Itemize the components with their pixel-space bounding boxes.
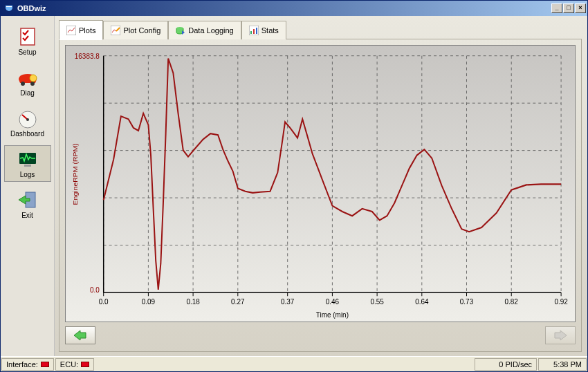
svg-text:0.27: 0.27 — [231, 298, 245, 306]
chart-icon — [66, 26, 76, 35]
checklist-icon — [16, 26, 39, 47]
gauge-icon — [16, 108, 39, 129]
pid-rate-value: 0 PID/sec — [499, 360, 532, 369]
svg-text:0.0: 0.0 — [90, 286, 100, 294]
tab-data-logging[interactable]: Data Logging — [168, 21, 241, 39]
tab-label: Data Logging — [188, 26, 233, 35]
sidebar-item-label: Dashboard — [10, 130, 44, 138]
led-icon — [81, 362, 89, 367]
sidebar-item-dashboard[interactable]: Dashboard — [4, 104, 51, 141]
rpm-line-chart: 0.00.090.180.270.370.460.550.640.730.820… — [66, 46, 575, 322]
sidebar-item-setup[interactable]: Setup — [4, 23, 51, 59]
sidebar-item-label: Diag — [20, 89, 35, 97]
arrow-right-icon — [553, 330, 567, 341]
status-clock: 5:38 PM — [538, 358, 587, 371]
led-icon — [41, 362, 49, 367]
close-button[interactable]: × — [575, 3, 586, 13]
svg-text:0.46: 0.46 — [326, 298, 340, 306]
status-interface: Interface: — [1, 358, 54, 371]
tab-stats[interactable]: Stats — [241, 21, 286, 39]
tab-label: Stats — [261, 26, 279, 35]
titlebar-left: OBDwiz — [3, 3, 46, 14]
arrow-left-icon — [73, 330, 87, 341]
sidebar: Setup Diag Dashboard Logs — [1, 16, 55, 356]
app-window: OBDwiz _ □ × Setup Diag — [0, 0, 588, 372]
svg-text:EngineRPM (RPM): EngineRPM (RPM) — [71, 143, 79, 205]
app-icon — [3, 3, 15, 14]
svg-text:0.0: 0.0 — [99, 298, 109, 306]
sidebar-item-label: Exit — [21, 212, 33, 219]
svg-text:0.18: 0.18 — [186, 298, 200, 306]
statusbar: Interface: ECU: 0 PID/sec 5:38 PM — [1, 356, 587, 371]
body: Setup Diag Dashboard Logs — [1, 16, 587, 356]
plot-panel: 0.00.090.180.270.370.460.550.640.730.820… — [59, 39, 582, 352]
window-title: OBDwiz — [17, 4, 46, 12]
status-ecu: ECU: — [55, 358, 94, 371]
svg-text:0.92: 0.92 — [554, 298, 568, 306]
tab-plot-config[interactable]: Plot Config — [103, 21, 168, 39]
tab-label: Plot Config — [123, 26, 160, 35]
svg-rect-7 — [24, 165, 31, 167]
svg-text:0.73: 0.73 — [460, 298, 474, 306]
svg-point-3 — [30, 75, 37, 82]
sidebar-item-logs[interactable]: Logs — [4, 145, 51, 182]
status-interface-label: Interface: — [6, 360, 38, 369]
svg-text:0.09: 0.09 — [142, 298, 156, 306]
svg-text:0.82: 0.82 — [505, 298, 519, 306]
svg-text:0.64: 0.64 — [415, 298, 429, 306]
bars-icon — [249, 26, 259, 35]
svg-rect-13 — [250, 31, 252, 34]
chart-area: 0.00.090.180.270.370.460.550.640.730.820… — [65, 45, 576, 322]
svg-point-5 — [26, 118, 29, 121]
minimize-button[interactable]: _ — [551, 3, 562, 13]
main: Plots Plot Config Data Logging Stats 0.0 — [55, 16, 587, 356]
svg-text:0.55: 0.55 — [370, 298, 384, 306]
db-play-icon — [176, 26, 185, 35]
status-pid-rate: 0 PID/sec — [475, 358, 537, 371]
tab-label: Plots — [79, 26, 95, 35]
clock-value: 5:38 PM — [553, 360, 582, 369]
tab-plots[interactable]: Plots — [59, 20, 103, 40]
titlebar[interactable]: OBDwiz _ □ × — [1, 1, 587, 16]
nav-row — [65, 326, 576, 346]
sidebar-item-exit[interactable]: Exit — [4, 186, 51, 223]
svg-text:0.37: 0.37 — [281, 298, 295, 306]
exit-icon — [16, 189, 39, 210]
chart-pencil-icon — [111, 26, 120, 35]
status-ecu-label: ECU: — [60, 360, 78, 369]
window-controls: _ □ × — [551, 3, 586, 13]
svg-text:Time (min): Time (min) — [316, 310, 349, 318]
car-icon — [16, 67, 39, 88]
tab-bar: Plots Plot Config Data Logging Stats — [59, 20, 582, 39]
sidebar-item-label: Logs — [20, 171, 35, 178]
monitor-wave-icon — [16, 149, 39, 169]
sidebar-item-label: Setup — [18, 48, 36, 56]
svg-point-2 — [30, 82, 35, 86]
svg-rect-14 — [253, 29, 255, 34]
sidebar-item-diag[interactable]: Diag — [4, 64, 51, 100]
prev-button[interactable] — [65, 326, 95, 344]
svg-point-1 — [21, 82, 25, 86]
maximize-button[interactable]: □ — [563, 3, 574, 13]
next-button[interactable] — [545, 326, 576, 344]
svg-text:16383.8: 16383.8 — [75, 53, 100, 60]
svg-rect-15 — [256, 28, 257, 34]
